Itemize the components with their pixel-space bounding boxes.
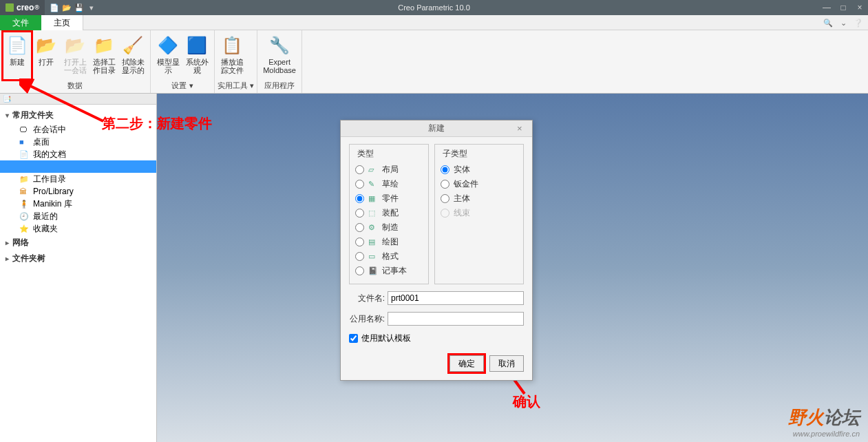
type-radio-input[interactable] bbox=[355, 180, 364, 189]
type-radio-input[interactable] bbox=[355, 266, 364, 275]
new-button[interactable]: 📄 新建 bbox=[3, 32, 32, 80]
type-radio-input[interactable] bbox=[355, 209, 364, 218]
recent-icon: 🕘 bbox=[19, 211, 30, 221]
help-icon[interactable]: ❔ bbox=[853, 17, 864, 28]
type-radio-5[interactable]: ▤绘图 bbox=[355, 235, 423, 249]
default-template-row[interactable]: 使用默认模板 bbox=[349, 333, 524, 344]
tree-item-manikin[interactable]: 🧍Manikin 库 bbox=[0, 198, 156, 210]
minimize-button[interactable]: — bbox=[821, 3, 832, 12]
qat-save-icon[interactable]: 💾 bbox=[74, 2, 85, 13]
type-icon: ✎ bbox=[368, 180, 379, 189]
default-template-checkbox[interactable] bbox=[349, 334, 358, 343]
dialog-titlebar[interactable]: 新建 × bbox=[341, 120, 532, 137]
qat-open-icon[interactable]: 📂 bbox=[61, 2, 72, 13]
window-title: Creo Parametric 10.0 bbox=[398, 3, 470, 12]
ribbon-tabs: 文件 主页 🔍 ⌄ ❔ bbox=[0, 15, 868, 30]
subtype-radio-input[interactable] bbox=[441, 180, 449, 189]
type-label: 格式 bbox=[382, 251, 399, 262]
erase-icon: 🧹 bbox=[122, 34, 144, 56]
type-radio-input[interactable] bbox=[355, 252, 364, 261]
quick-access-toolbar: 📄 📂 💾 ▾ bbox=[49, 2, 97, 13]
tree-item-selected[interactable] bbox=[0, 160, 156, 173]
new-file-icon: 📄 bbox=[6, 34, 28, 56]
filename-input[interactable] bbox=[388, 291, 524, 305]
close-button[interactable]: × bbox=[854, 3, 865, 12]
open-folder-icon: 📂 bbox=[35, 34, 57, 56]
tree-item-workdir[interactable]: 📁工作目录 bbox=[0, 173, 156, 185]
maximize-button[interactable]: □ bbox=[838, 3, 849, 12]
tree-item-prolibrary[interactable]: 🏛Pro/Library bbox=[0, 185, 156, 198]
app-logo: creo® bbox=[0, 0, 45, 15]
filename-label: 文件名: bbox=[349, 293, 388, 304]
folder-icon bbox=[19, 162, 30, 171]
type-legend: 类型 bbox=[355, 148, 376, 160]
qat-dropdown-icon[interactable]: ▾ bbox=[86, 2, 97, 13]
type-label: 记事本 bbox=[382, 265, 407, 277]
tree-item-favorites[interactable]: ⭐收藏夹 bbox=[0, 222, 156, 235]
type-radio-3[interactable]: ⬚装配 bbox=[355, 206, 423, 220]
moldbase-icon: 🔧 bbox=[268, 34, 290, 56]
group-label-utils[interactable]: 实用工具 ▾ bbox=[218, 80, 254, 92]
type-icon: ▤ bbox=[368, 238, 379, 246]
cancel-button[interactable]: 取消 bbox=[489, 355, 524, 372]
model-display-icon: 🔷 bbox=[157, 34, 179, 56]
type-radio-1[interactable]: ✎草绘 bbox=[355, 177, 423, 191]
type-radio-4[interactable]: ⚙制造 bbox=[355, 220, 423, 235]
sidebar: 📑 ▾常用文件夹 🖵在会话中 ■桌面 📄我的文档 📁工作目录 🏛Pro/Libr… bbox=[0, 94, 157, 442]
watermark-url: www.proewildfire.cn bbox=[788, 430, 860, 438]
tree-item-desktop[interactable]: ■桌面 bbox=[0, 136, 156, 148]
erase-button[interactable]: 🧹 拭除未显示的 bbox=[118, 32, 147, 80]
fieldset-type: 类型 ▱布局✎草绘▦零件⬚装配⚙制造▤绘图▭格式📓记事本 bbox=[349, 144, 429, 284]
subtype-radio-input[interactable] bbox=[441, 194, 449, 203]
tab-file[interactable]: 文件 bbox=[0, 15, 41, 30]
system-appearance-button[interactable]: 🟦 系统外观 bbox=[182, 32, 211, 80]
library-icon: 🏛 bbox=[19, 187, 30, 196]
subtype-radio-0[interactable]: 实体 bbox=[441, 162, 518, 177]
commonname-input[interactable] bbox=[388, 312, 524, 326]
tab-home[interactable]: 主页 bbox=[41, 15, 83, 30]
group-label-data: 数据 bbox=[3, 80, 147, 92]
subtype-radio-1[interactable]: 钣金件 bbox=[441, 177, 518, 191]
dialog-close-button[interactable]: × bbox=[517, 123, 528, 134]
tree-section-network[interactable]: ▸网络 bbox=[0, 235, 156, 251]
tree-section-foldertree[interactable]: ▸文件夹树 bbox=[0, 251, 156, 266]
type-radio-input[interactable] bbox=[355, 165, 364, 174]
manikin-icon: 🧍 bbox=[19, 199, 30, 209]
tree-item-recent[interactable]: 🕘最近的 bbox=[0, 210, 156, 222]
dialog-title-text: 新建 bbox=[428, 123, 445, 134]
type-icon: ▦ bbox=[368, 194, 379, 203]
window-controls: — □ × bbox=[821, 3, 865, 12]
annotation-confirm: 确认 bbox=[513, 392, 540, 411]
subtype-radio-2[interactable]: 主体 bbox=[441, 191, 518, 206]
play-trail-button[interactable]: 📋 播放追踪文件 bbox=[218, 32, 246, 80]
ribbon-group-utils: 📋 播放追踪文件 实用工具 ▾ bbox=[215, 30, 257, 93]
type-label: 绘图 bbox=[382, 236, 399, 248]
subtype-legend: 子类型 bbox=[441, 148, 469, 160]
type-radio-2[interactable]: ▦零件 bbox=[355, 191, 423, 206]
subtype-label: 线束 bbox=[454, 207, 470, 219]
type-radio-6[interactable]: ▭格式 bbox=[355, 249, 423, 264]
documents-icon: 📄 bbox=[19, 149, 30, 159]
expert-moldbase-button[interactable]: 🔧 Expert Moldbase bbox=[260, 32, 299, 80]
type-radio-7[interactable]: 📓记事本 bbox=[355, 264, 423, 278]
tree-item-documents[interactable]: 📄我的文档 bbox=[0, 148, 156, 160]
qat-new-icon[interactable]: 📄 bbox=[49, 2, 60, 13]
type-radio-input[interactable] bbox=[355, 223, 364, 232]
type-radio-0[interactable]: ▱布局 bbox=[355, 162, 423, 177]
type-label: 布局 bbox=[382, 164, 399, 176]
titlebar: creo® 📄 📂 💾 ▾ Creo Parametric 10.0 — □ × bbox=[0, 0, 868, 15]
desktop-icon: ■ bbox=[19, 137, 30, 147]
group-label-settings[interactable]: 设置 ▾ bbox=[154, 80, 211, 92]
subtype-radio-input[interactable] bbox=[441, 165, 449, 174]
select-wd-button[interactable]: 📁 选择工作目录 bbox=[89, 32, 118, 80]
ok-button[interactable]: 确定 bbox=[449, 355, 484, 372]
type-icon: ▭ bbox=[368, 252, 379, 261]
sidebar-tab-strip[interactable]: 📑 bbox=[0, 94, 156, 105]
watermark-text: 野火论坛 bbox=[788, 406, 860, 430]
type-radio-input[interactable] bbox=[355, 238, 364, 246]
open-button[interactable]: 📂 打开 bbox=[32, 32, 61, 80]
search-icon[interactable]: 🔍 bbox=[823, 17, 834, 28]
ribbon-options-icon[interactable]: ⌄ bbox=[838, 17, 849, 28]
model-display-button[interactable]: 🔷 模型显示 bbox=[154, 32, 182, 80]
type-radio-input[interactable] bbox=[355, 194, 364, 203]
